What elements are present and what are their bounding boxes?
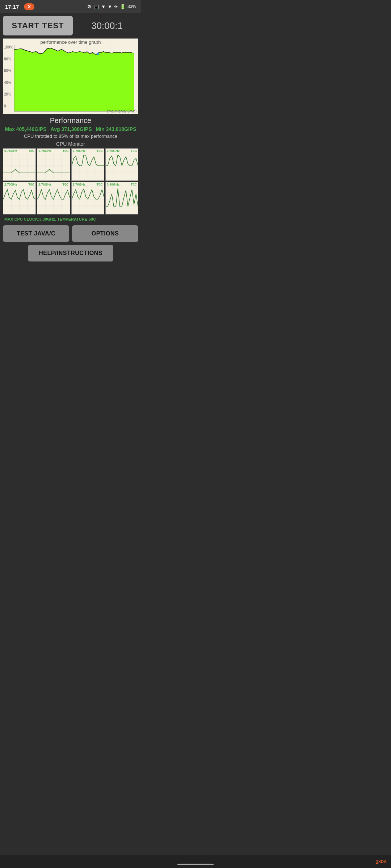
cpu-cell-6-freq: 2.70GHz — [38, 183, 51, 186]
cpu-footer: MAX CPU CLOCK:3.30GHz, TEMPERATURE:50C — [3, 214, 138, 223]
status-xda-badge: X — [24, 3, 34, 10]
test-java-c-button[interactable]: TEST JAVA/C — [3, 225, 69, 242]
y-label-0: 0 — [4, 104, 13, 108]
cpu-cell-5: 2.70GHz T0C — [3, 182, 36, 214]
cpu-cell-8-header: 0.90GHz T0C — [106, 182, 138, 187]
graph-svg — [3, 39, 138, 114]
cpu-cell-7-graph — [72, 187, 104, 212]
svg-marker-9 — [14, 48, 134, 111]
status-left: 17:17 X — [5, 3, 34, 10]
battery-icon: 🔋 — [120, 4, 126, 9]
cpu-grid: 0.78GHz T0C 0.78GHz T0C — [3, 148, 138, 214]
cpu-cell-2-temp: T0C — [62, 149, 68, 153]
cpu-cell-8-temp: T0C — [131, 183, 137, 186]
performance-graph: performance over time graph 100% 80% 60%… — [3, 38, 138, 114]
cpu-cell-3: 2.70GHz T0C — [71, 148, 104, 181]
cpu-cell-1: 0.78GHz T0C — [3, 148, 36, 181]
cpu-cell-3-freq: 2.70GHz — [73, 149, 86, 153]
options-button[interactable]: OPTIONS — [72, 225, 138, 242]
wifi-icon: ▼ — [101, 4, 106, 9]
cpu-monitor-title: CPU Monitor — [3, 141, 138, 147]
cpu-cell-8-freq: 0.90GHz — [107, 183, 120, 186]
battery-level: 33% — [127, 4, 136, 9]
cpu-cell-1-header: 0.78GHz T0C — [3, 149, 35, 153]
status-time: 17:17 — [5, 4, 19, 10]
cpu-footer-text: MAX CPU CLOCK:3.30GHz, TEMPERATURE:50C — [4, 217, 96, 221]
cpu-cell-5-graph — [3, 187, 35, 212]
top-row: START TEST 30:00:1 — [3, 16, 138, 35]
cpu-cell-8: 0.90GHz T0C — [105, 182, 138, 214]
perf-min: Min 343,818GIPS — [96, 126, 136, 132]
timer-display: 30:00:1 — [76, 16, 138, 35]
y-label-20: 20% — [4, 92, 13, 96]
cpu-cell-7-header: 2.70GHz T0C — [72, 182, 104, 187]
cpu-cell-2: 0.78GHz T0C — [37, 148, 70, 181]
performance-stats: Max 405,446GIPS Avg 371,388GIPS Min 343,… — [3, 126, 138, 132]
status-right: ⚙ 📳 ▼ ▼ ✈ 🔋 33% — [87, 4, 136, 9]
help-instructions-button[interactable]: HELP/INSTRUCTIONS — [28, 245, 113, 261]
cpu-cell-6-temp: T0C — [62, 183, 68, 186]
cpu-monitor-section: CPU Monitor 0.78GHz T0C — [3, 141, 138, 223]
cpu-cell-1-graph — [3, 153, 35, 178]
help-btn-row: HELP/INSTRUCTIONS — [3, 245, 138, 261]
airplane-icon: ✈ — [114, 4, 118, 9]
cpu-cell-7-freq: 2.70GHz — [73, 183, 86, 186]
cpu-cell-5-freq: 2.70GHz — [4, 183, 17, 186]
perf-avg: Avg 371,388GIPS — [51, 126, 92, 132]
vibrate-icon: 📳 — [93, 4, 99, 9]
y-label-60: 60% — [4, 69, 13, 73]
bottom-buttons: TEST JAVA/C OPTIONS — [3, 225, 138, 242]
cpu-cell-3-header: 2.70GHz T0C — [72, 149, 104, 153]
cpu-cell-1-temp: T0C — [28, 149, 34, 153]
cpu-cell-4-header: 2.70GHz T0C — [106, 149, 138, 153]
y-label-80: 80% — [4, 57, 13, 61]
performance-section: Performance Max 405,446GIPS Avg 371,388G… — [3, 116, 138, 139]
performance-title: Performance — [3, 116, 138, 125]
cpu-cell-5-header: 2.70GHz T0C — [3, 182, 35, 187]
wifi2-icon: ▼ — [108, 4, 112, 9]
cpu-cell-1-freq: 0.78GHz — [4, 149, 17, 153]
cpu-cell-4-freq: 2.70GHz — [107, 149, 120, 153]
y-label-100: 100% — [4, 45, 13, 49]
y-label-40: 40% — [4, 81, 13, 85]
cpu-cell-2-graph — [37, 153, 70, 178]
cpu-cell-3-temp: T0C — [97, 149, 103, 153]
graph-x-label: time(interval 5min) — [107, 109, 136, 113]
graph-y-labels: 100% 80% 60% 40% 20% 0 — [3, 39, 14, 114]
cpu-cell-4-graph — [106, 153, 138, 178]
cpu-cell-5-temp: T0C — [28, 183, 34, 186]
cpu-cell-2-header: 0.78GHz T0C — [37, 149, 70, 153]
cpu-cell-7: 2.70GHz T0C — [71, 182, 104, 214]
cpu-cell-6-graph — [37, 187, 70, 212]
start-test-button[interactable]: START TEST — [3, 16, 73, 35]
cpu-cell-6-header: 2.70GHz T0C — [37, 182, 70, 187]
main-content: START TEST 30:00:1 performance over time… — [0, 13, 141, 267]
cpu-cell-6: 2.70GHz T0C — [37, 182, 70, 214]
auto-hz-icon: ⚙ — [87, 4, 92, 9]
cpu-cell-4: 2.70GHz T0C — [105, 148, 138, 181]
cpu-cell-8-graph — [106, 187, 138, 212]
cpu-cell-4-temp: T0C — [131, 149, 137, 153]
graph-title: performance over time graph — [3, 39, 138, 45]
cpu-cell-2-freq: 0.78GHz — [38, 149, 51, 153]
cpu-cell-7-temp: T0C — [97, 183, 103, 186]
status-bar: 17:17 X ⚙ 📳 ▼ ▼ ✈ 🔋 33% — [0, 0, 141, 13]
perf-max: Max 405,446GIPS — [5, 126, 46, 132]
svg-point-10 — [97, 53, 99, 55]
perf-throttle: CPU throttled to 85% of its max performa… — [3, 133, 138, 139]
cpu-cell-3-graph — [72, 153, 104, 178]
